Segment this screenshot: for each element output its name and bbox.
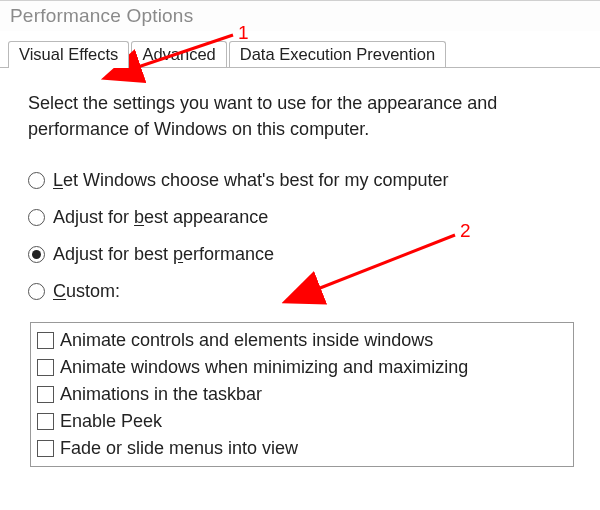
description-text: Select the settings you want to use for … [28, 90, 568, 142]
tab-panel-visual-effects: Select the settings you want to use for … [0, 68, 600, 467]
tab-visual-effects[interactable]: Visual Effects [8, 41, 129, 68]
radio-icon [28, 209, 45, 226]
radio-label: Custom: [53, 281, 120, 302]
list-item[interactable]: Enable Peek [37, 408, 573, 435]
radio-icon [28, 283, 45, 300]
checkbox-icon [37, 386, 54, 403]
list-item-label: Enable Peek [60, 408, 162, 435]
radio-label: Let Windows choose what's best for my co… [53, 170, 449, 191]
checkbox-icon [37, 332, 54, 349]
radio-icon-selected [28, 246, 45, 263]
tab-advanced[interactable]: Advanced [131, 41, 226, 67]
radio-label: Adjust for best performance [53, 244, 274, 265]
checkbox-icon [37, 359, 54, 376]
list-item[interactable]: Animate windows when minimizing and maxi… [37, 354, 573, 381]
radio-best-performance[interactable]: Adjust for best performance [28, 244, 584, 265]
radio-best-appearance[interactable]: Adjust for best appearance [28, 207, 584, 228]
list-item[interactable]: Fade or slide menus into view [37, 435, 573, 462]
tab-data-execution-prevention[interactable]: Data Execution Prevention [229, 41, 446, 67]
checkbox-icon [37, 440, 54, 457]
list-item-label: Animate windows when minimizing and maxi… [60, 354, 468, 381]
list-item[interactable]: Animations in the taskbar [37, 381, 573, 408]
radio-icon [28, 172, 45, 189]
checkbox-icon [37, 413, 54, 430]
window-title: Performance Options [0, 0, 600, 32]
effects-list[interactable]: Animate controls and elements inside win… [30, 322, 574, 467]
visual-effects-radio-group: Let Windows choose what's best for my co… [28, 170, 584, 302]
list-item-label: Animations in the taskbar [60, 381, 262, 408]
radio-custom[interactable]: Custom: [28, 281, 584, 302]
radio-let-windows-choose[interactable]: Let Windows choose what's best for my co… [28, 170, 584, 191]
list-item-label: Fade or slide menus into view [60, 435, 298, 462]
radio-label: Adjust for best appearance [53, 207, 268, 228]
list-item[interactable]: Animate controls and elements inside win… [37, 327, 573, 354]
list-item-label: Animate controls and elements inside win… [60, 327, 433, 354]
tabstrip: Visual Effects Advanced Data Execution P… [0, 38, 600, 68]
